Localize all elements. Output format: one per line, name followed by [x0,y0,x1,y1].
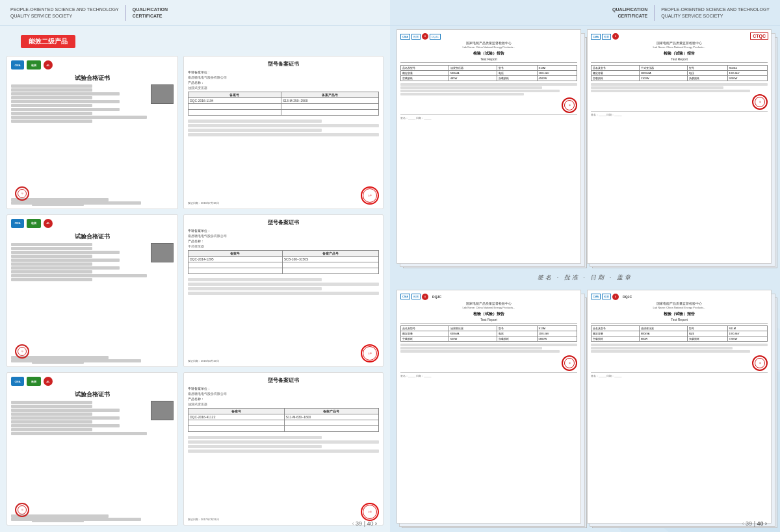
doc-front-3: CMA 检测 A DQJC 国家电能产品质量监督检验中心 Lab Name: C… [396,290,581,524]
report-table-2: 品名及型号 干式变压器 型号 SCB11 额定容量 1000kVA 电压 10/… [591,65,768,81]
logo-row-2: CMA 检测 AL [11,219,174,228]
green-logo: 检测 [27,60,41,70]
ma-logo-3: CMA [11,377,24,386]
report-stamp-3: 章 [562,355,577,371]
table-title-2: 型号备案证书 [188,219,379,226]
signature-row: 签名 · 批准 · 日期 · 盖章 [396,271,774,285]
report-title-zh-4: 检验（试验）报告 [591,311,768,317]
dqjc-logo-1: DQJC [430,34,441,40]
report-title-zh-3: 检验（试验）报告 [400,311,577,317]
right-top-row: CMA 检测 A DQJC 国家电能产品质量监督检验中心 Lab Name: C… [396,29,774,266]
cert-title-3: 试验合格证书 [11,390,174,399]
report-title-en-2: Test Report [591,57,768,63]
cma-badge-3: CMA [400,294,410,299]
cert-image-3 [151,401,174,420]
org-name-en-3: Lab Name: China National Energy Products… [400,306,577,309]
cert-card-1: CMA 检测 AL 试验合格证书 [6,56,178,209]
right-bottom-row: CMA 检测 A DQJC 国家电能产品质量监督检验中心 Lab Name: C… [396,290,774,526]
al-circle-1: A [422,33,428,40]
cma-badge-2: CMA [591,34,601,40]
org-name-en-4: Lab Name: China National Energy Products… [591,306,768,309]
report-stamp-2: 章 [752,94,768,110]
report-stamp-1: 章 [562,97,577,113]
report-table-4: 品名及型号 油浸变压器 型号 S11M 额定容量 800kVA 电压 10/0.… [591,325,768,342]
检测-badge-1: 检测 [411,34,421,40]
al-circle-2: A [612,33,619,40]
test-report-panel-2: CTQC CMA 检测 A 国家电能产品质量监督检验中心 Lab Name: C… [587,29,774,266]
doc-front-1: CMA 检测 A DQJC 国家电能产品质量监督检验中心 Lab Name: C… [396,29,581,264]
left-content: CMA 检测 AL 试验合格证书 [0,56,390,532]
red-stamp-3: 公章 [361,503,379,521]
banner-tag: 能效二级产品 [21,35,75,48]
report-table-1: 品名及型号 油浸变压器 型号 S13M 额定容量 500kVA 电压 10/0.… [400,65,577,81]
检测-badge-4: 检测 [602,294,611,299]
ma-logo: CMA [11,60,24,70]
ctqc-badge: CTQC [750,32,768,40]
left-header: PEOPLE-ORIENTED SCIENCE AND TECHNOLOGY Q… [0,0,390,26]
cert-row-2: CMA 检测 AL 试验合格证书 [6,214,384,368]
red-stamp-1: 公章 [361,186,379,205]
header-divider [125,5,126,21]
report-title-en-3: Test Report [400,318,577,323]
al-logo: AL [44,60,53,70]
al-logo-3: AL [44,377,53,386]
cert-title-1: 试验合格证书 [11,74,174,82]
org-name-4: 国家电能产品质量监督检验中心 [591,301,768,305]
header-right-text: QUALIFICATION CERTIFICATE [133,6,168,18]
dqjc-text-4: DQJC [623,295,632,299]
cert-stamp-3: 印 [15,503,29,517]
cert-table-2: 备案号 备案产品号 DQC-2014-1295 SCB-160~3150S [188,250,379,274]
cert-title-2: 试验合格证书 [11,233,174,241]
test-report-panel-1: CMA 检测 A DQJC 国家电能产品质量监督检验中心 Lab Name: C… [396,29,583,266]
table-card-2: 型号备案证书 申请备案单位： 南昌赣电电气股份有限公司 产品名称： 干式变压器 … [183,214,384,368]
doc-logo-row-4: CMA 检测 A DQJC [591,294,768,300]
cert-table-1: 备案号 备案产品号 DQC-2016-1104 S13-M-250~2500 [188,92,379,116]
doc-logo-row-3: CMA 检测 A DQJC [400,294,577,300]
org-name-2: 国家电能产品质量监督检验中心 [591,41,768,45]
cert-image-2 [151,243,174,262]
green-logo-2: 检测 [27,219,41,228]
cert-image-1 [151,84,174,104]
table-title-3: 型号备案证书 [188,377,379,384]
test-report-panel-3: CMA 检测 A DQJC 国家电能产品质量监督检验中心 Lab Name: C… [396,290,583,526]
report-title-en-1: Test Report [400,57,577,63]
cert-card-3: CMA 检测 AL 试验合格证书 [6,372,178,526]
report-stamp-4: 章 [752,355,768,371]
report-title-zh-2: 检验（试验）报告 [591,51,768,57]
al-circle-3: A [422,294,428,300]
dqjc-text-3: DQJC [432,295,441,299]
doc-front-2: CTQC CMA 检测 A 国家电能产品质量监督检验中心 Lab Name: C… [587,29,772,264]
检测-badge-3: 检测 [411,294,421,299]
cert-stamp-1: 印 [15,186,29,201]
cert-content-3 [11,401,147,435]
cert-content [11,84,147,123]
logo-row-3: CMA 检测 AL [11,377,174,386]
test-report-panel-4: CMA 检测 A DQJC 国家电能产品质量监督检验中心 Lab Name: C… [587,290,774,526]
检测-badge-2: 检测 [602,34,611,40]
org-name-en-1: Lab Name: China National Energy Products… [400,45,577,49]
cma-badge-1: CMA [400,34,410,40]
cert-row-1: CMA 检测 AL 试验合格证书 [6,56,384,209]
right-content-wrapper: CMA 检测 A DQJC 国家电能产品质量监督检验中心 Lab Name: C… [390,26,780,532]
cma-badge-4: CMA [591,294,601,299]
org-name-1: 国家电能产品质量监督检验中心 [400,41,577,45]
left-page: PEOPLE-ORIENTED SCIENCE AND TECHNOLOGY Q… [0,0,390,532]
cert-table-3: 备案号 备案产品号 DQC-2016-41122 S11-M-630~1600 [188,408,379,432]
right-page-number: ‹ 39 | 40 › [742,520,767,527]
right-header-divider [654,5,655,21]
right-page: QUALIFICATION CERTIFICATE PEOPLE-ORIENTE… [390,0,780,532]
red-stamp-2: 公章 [361,344,379,362]
doc-logo-row-1: CMA 检测 A DQJC [400,33,577,40]
report-title-zh-1: 检验（试验）报告 [400,51,577,57]
cert-card-2: CMA 检测 AL 试验合格证书 [6,214,178,368]
right-header-right: PEOPLE-ORIENTED SCIENCE AND TECHNOLOGY Q… [661,6,770,18]
left-page-number: ‹ 39 | 40 › [352,520,377,527]
right-header: QUALIFICATION CERTIFICATE PEOPLE-ORIENTE… [390,0,780,26]
right-header-left: QUALIFICATION CERTIFICATE [612,6,647,18]
green-logo-3: 检测 [27,377,41,386]
al-circle-4: A [612,294,619,300]
report-table-3: 品名及型号 油浸变压器 型号 S13M 额定容量 630kVA 电压 10/0.… [400,325,577,342]
al-logo-2: AL [44,219,53,228]
table-card-3: 型号备案证书 申请备案单位： 南昌赣电电气股份有限公司 产品名称： 油浸式变压器… [183,372,384,526]
report-title-en-4: Test Report [591,318,768,323]
